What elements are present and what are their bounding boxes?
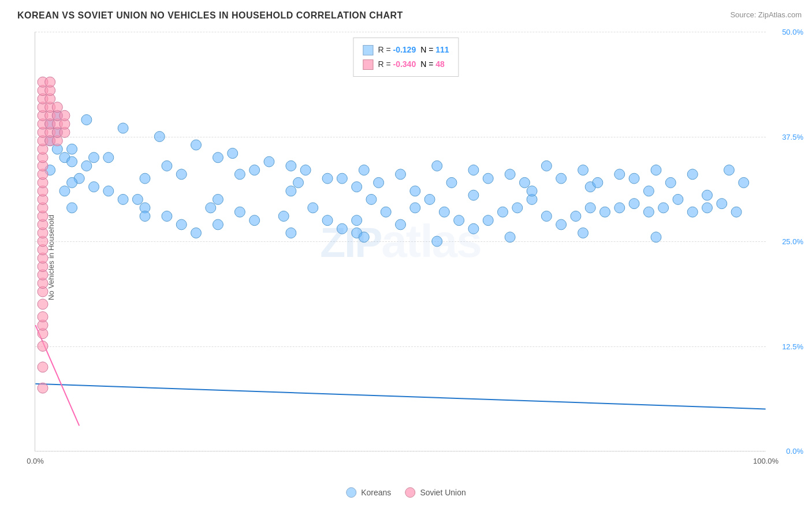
svg-point-94 bbox=[483, 173, 493, 184]
svg-point-10 bbox=[103, 186, 114, 196]
svg-point-11 bbox=[118, 194, 128, 204]
svg-point-51 bbox=[731, 207, 742, 217]
svg-point-108 bbox=[578, 227, 588, 238]
svg-point-64 bbox=[505, 169, 515, 180]
svg-point-21 bbox=[286, 186, 296, 196]
svg-point-60 bbox=[359, 165, 369, 176]
svg-point-114 bbox=[352, 215, 362, 226]
svg-point-46 bbox=[658, 203, 669, 213]
svg-point-59 bbox=[322, 173, 333, 184]
koreans-swatch bbox=[346, 487, 356, 498]
svg-point-69 bbox=[687, 169, 698, 180]
svg-point-48 bbox=[687, 207, 698, 217]
chart-title: KOREAN VS SOVIET UNION NO VEHICLES IN HO… bbox=[17, 10, 403, 21]
svg-point-14 bbox=[162, 211, 172, 221]
svg-point-111 bbox=[132, 194, 143, 204]
svg-point-72 bbox=[103, 152, 114, 163]
svg-point-113 bbox=[278, 211, 289, 221]
svg-point-70 bbox=[724, 165, 734, 176]
svg-point-106 bbox=[432, 236, 442, 247]
svg-point-107 bbox=[505, 232, 515, 242]
svg-point-88 bbox=[228, 148, 238, 159]
svg-point-79 bbox=[527, 186, 537, 196]
svg-point-26 bbox=[366, 194, 377, 204]
svg-point-43 bbox=[614, 203, 625, 213]
svg-point-75 bbox=[293, 177, 304, 188]
x-tick-0: 0.0% bbox=[27, 457, 44, 465]
svg-point-90 bbox=[300, 165, 311, 176]
svg-point-78 bbox=[468, 190, 479, 200]
bottom-legend-soviet: Soviet Union bbox=[405, 487, 465, 498]
svg-point-12 bbox=[81, 161, 92, 171]
svg-point-58 bbox=[286, 161, 296, 171]
svg-point-105 bbox=[359, 232, 369, 242]
svg-point-29 bbox=[410, 203, 420, 213]
svg-point-63 bbox=[468, 165, 479, 176]
svg-point-155 bbox=[45, 77, 55, 87]
svg-point-66 bbox=[578, 165, 588, 176]
svg-line-1 bbox=[35, 325, 79, 426]
svg-point-56 bbox=[213, 152, 223, 163]
svg-point-104 bbox=[286, 227, 296, 238]
svg-point-55 bbox=[176, 169, 187, 180]
svg-point-49 bbox=[702, 203, 713, 213]
svg-point-99 bbox=[665, 177, 676, 188]
svg-point-61 bbox=[396, 169, 406, 180]
svg-line-0 bbox=[35, 384, 765, 409]
svg-point-44 bbox=[629, 199, 639, 209]
x-tick-100: 100.0% bbox=[753, 457, 779, 465]
svg-point-85 bbox=[118, 123, 128, 133]
svg-point-27 bbox=[381, 207, 391, 217]
svg-point-57 bbox=[249, 165, 260, 176]
svg-point-109 bbox=[651, 232, 661, 242]
svg-point-95 bbox=[519, 177, 530, 188]
svg-point-163 bbox=[59, 110, 70, 121]
svg-point-92 bbox=[374, 177, 384, 188]
svg-point-97 bbox=[593, 177, 603, 188]
svg-point-81 bbox=[643, 186, 654, 196]
svg-point-67 bbox=[614, 169, 625, 180]
svg-point-93 bbox=[446, 177, 457, 188]
svg-point-82 bbox=[702, 190, 713, 200]
svg-point-19 bbox=[234, 207, 245, 217]
gridline-100 bbox=[35, 451, 766, 451]
svg-point-16 bbox=[176, 219, 187, 230]
svg-point-89 bbox=[264, 156, 274, 167]
svg-point-110 bbox=[59, 186, 70, 196]
bottom-legend: Koreans Soviet Union bbox=[346, 487, 466, 498]
svg-point-53 bbox=[89, 152, 99, 163]
svg-point-54 bbox=[140, 173, 150, 184]
svg-point-45 bbox=[643, 207, 654, 217]
svg-point-20 bbox=[249, 215, 260, 226]
y-tick-12: 12.5% bbox=[782, 342, 803, 350]
svg-point-103 bbox=[213, 219, 223, 230]
svg-point-96 bbox=[556, 173, 567, 184]
svg-point-32 bbox=[454, 215, 464, 226]
svg-point-39 bbox=[556, 219, 567, 230]
svg-point-31 bbox=[439, 207, 449, 217]
y-tick-50: 50.0% bbox=[782, 28, 803, 36]
scatter-plot bbox=[35, 32, 766, 451]
y-tick-25: 25.0% bbox=[782, 237, 803, 246]
svg-point-17 bbox=[191, 227, 202, 238]
svg-point-98 bbox=[629, 173, 639, 184]
svg-point-116 bbox=[38, 362, 48, 372]
svg-point-68 bbox=[651, 165, 661, 176]
svg-point-71 bbox=[67, 144, 77, 154]
svg-point-18 bbox=[213, 194, 223, 204]
svg-point-22 bbox=[308, 203, 318, 213]
svg-point-41 bbox=[585, 203, 595, 213]
svg-point-30 bbox=[424, 194, 435, 204]
source-label: Source: ZipAtlas.com bbox=[730, 10, 802, 19]
svg-point-115 bbox=[38, 383, 48, 393]
svg-point-23 bbox=[322, 215, 333, 226]
chart-area: ZIPatlas 50.0% 37.5% 25.0% 12.5% 0.0% 0.… bbox=[35, 32, 766, 451]
bottom-legend-koreans: Koreans bbox=[346, 487, 391, 498]
soviet-swatch bbox=[405, 487, 415, 498]
svg-point-76 bbox=[352, 182, 362, 192]
y-tick-37: 37.5% bbox=[782, 132, 803, 141]
svg-point-15 bbox=[67, 177, 77, 188]
svg-point-73 bbox=[162, 161, 172, 171]
svg-point-84 bbox=[81, 114, 92, 125]
svg-point-74 bbox=[234, 169, 245, 180]
